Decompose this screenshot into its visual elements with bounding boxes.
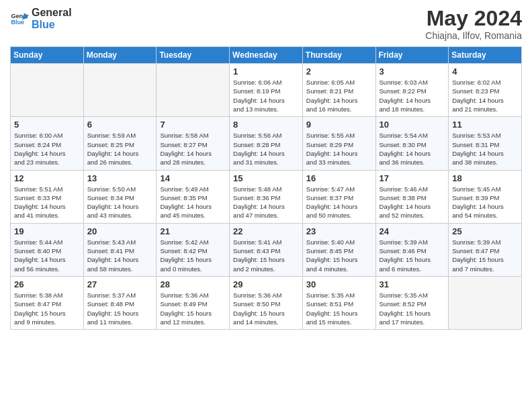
cell-info: Sunrise: 5:53 AMSunset: 8:31 PMDaylight:… xyxy=(452,131,518,167)
cell-info: Sunrise: 5:50 AMSunset: 8:34 PMDaylight:… xyxy=(87,185,153,220)
day-number: 17 xyxy=(380,173,445,183)
calendar-cell: 1Sunrise: 6:06 AMSunset: 8:19 PMDaylight… xyxy=(230,64,303,117)
day-number: 9 xyxy=(306,120,372,130)
weekday-header-friday: Friday xyxy=(375,47,449,64)
calendar-cell xyxy=(449,276,522,329)
calendar-week-row: 12Sunrise: 5:51 AMSunset: 8:33 PMDayligh… xyxy=(11,170,522,223)
logo: General Blue General Blue xyxy=(10,7,72,30)
calendar-week-row: 5Sunrise: 6:00 AMSunset: 8:24 PMDaylight… xyxy=(11,117,522,170)
day-number: 8 xyxy=(233,120,299,130)
cell-info: Sunrise: 5:49 AMSunset: 8:35 PMDaylight:… xyxy=(160,185,226,220)
calendar-cell: 16Sunrise: 5:47 AMSunset: 8:37 PMDayligh… xyxy=(302,170,375,223)
weekday-header-thursday: Thursday xyxy=(302,47,375,64)
cell-info: Sunrise: 5:51 AMSunset: 8:33 PMDaylight:… xyxy=(14,185,80,220)
weekday-header-monday: Monday xyxy=(83,47,157,64)
day-number: 14 xyxy=(160,173,226,183)
day-number: 29 xyxy=(233,279,299,289)
month-title: May 2024 xyxy=(425,7,522,30)
cell-info: Sunrise: 5:59 AMSunset: 8:25 PMDaylight:… xyxy=(87,131,153,167)
calendar-cell: 12Sunrise: 5:51 AMSunset: 8:33 PMDayligh… xyxy=(11,170,84,223)
cell-info: Sunrise: 5:44 AMSunset: 8:40 PMDaylight:… xyxy=(14,238,80,273)
weekday-header-sunday: Sunday xyxy=(11,47,84,64)
cell-info: Sunrise: 6:03 AMSunset: 8:22 PMDaylight:… xyxy=(380,78,445,113)
cell-info: Sunrise: 5:40 AMSunset: 8:45 PMDaylight:… xyxy=(306,238,372,273)
calendar-cell: 4Sunrise: 6:02 AMSunset: 8:23 PMDaylight… xyxy=(449,64,522,117)
weekday-header-row: SundayMondayTuesdayWednesdayThursdayFrid… xyxy=(11,47,522,64)
cell-info: Sunrise: 5:45 AMSunset: 8:39 PMDaylight:… xyxy=(452,185,518,220)
day-number: 27 xyxy=(87,279,153,289)
logo-general-text: General xyxy=(32,7,72,19)
cell-info: Sunrise: 5:43 AMSunset: 8:41 PMDaylight:… xyxy=(87,238,153,273)
day-number: 7 xyxy=(160,120,226,130)
calendar-week-row: 1Sunrise: 6:06 AMSunset: 8:19 PMDaylight… xyxy=(11,64,522,117)
day-number: 5 xyxy=(14,120,80,130)
cell-info: Sunrise: 6:02 AMSunset: 8:23 PMDaylight:… xyxy=(452,78,518,113)
calendar-cell: 26Sunrise: 5:38 AMSunset: 8:47 PMDayligh… xyxy=(11,276,84,329)
calendar-cell: 13Sunrise: 5:50 AMSunset: 8:34 PMDayligh… xyxy=(83,170,157,223)
day-number: 16 xyxy=(306,173,372,183)
calendar-cell: 7Sunrise: 5:58 AMSunset: 8:27 PMDaylight… xyxy=(157,117,230,170)
cell-info: Sunrise: 6:05 AMSunset: 8:21 PMDaylight:… xyxy=(306,78,372,113)
calendar-cell: 6Sunrise: 5:59 AMSunset: 8:25 PMDaylight… xyxy=(83,117,157,170)
day-number: 21 xyxy=(160,226,226,236)
cell-info: Sunrise: 5:37 AMSunset: 8:48 PMDaylight:… xyxy=(87,291,153,326)
calendar-cell: 3Sunrise: 6:03 AMSunset: 8:22 PMDaylight… xyxy=(375,64,449,117)
cell-info: Sunrise: 5:39 AMSunset: 8:47 PMDaylight:… xyxy=(452,238,518,273)
cell-info: Sunrise: 5:36 AMSunset: 8:49 PMDaylight:… xyxy=(160,291,226,326)
calendar-cell: 14Sunrise: 5:49 AMSunset: 8:35 PMDayligh… xyxy=(157,170,230,223)
calendar-cell: 28Sunrise: 5:36 AMSunset: 8:49 PMDayligh… xyxy=(157,276,230,329)
calendar-cell: 11Sunrise: 5:53 AMSunset: 8:31 PMDayligh… xyxy=(449,117,522,170)
calendar-cell: 29Sunrise: 5:36 AMSunset: 8:50 PMDayligh… xyxy=(230,276,303,329)
cell-info: Sunrise: 5:56 AMSunset: 8:28 PMDaylight:… xyxy=(233,131,299,167)
calendar-cell: 20Sunrise: 5:43 AMSunset: 8:41 PMDayligh… xyxy=(83,223,157,276)
calendar-cell: 22Sunrise: 5:41 AMSunset: 8:43 PMDayligh… xyxy=(230,223,303,276)
day-number: 19 xyxy=(14,226,80,236)
cell-info: Sunrise: 5:41 AMSunset: 8:43 PMDaylight:… xyxy=(233,238,299,273)
cell-info: Sunrise: 5:54 AMSunset: 8:30 PMDaylight:… xyxy=(380,131,445,167)
logo-icon: General Blue xyxy=(10,9,29,28)
weekday-header-wednesday: Wednesday xyxy=(230,47,303,64)
calendar-cell xyxy=(11,64,84,117)
cell-info: Sunrise: 5:36 AMSunset: 8:50 PMDaylight:… xyxy=(233,291,299,326)
weekday-header-saturday: Saturday xyxy=(449,47,522,64)
day-number: 12 xyxy=(14,173,80,183)
calendar-cell: 31Sunrise: 5:35 AMSunset: 8:52 PMDayligh… xyxy=(375,276,449,329)
calendar-cell: 8Sunrise: 5:56 AMSunset: 8:28 PMDaylight… xyxy=(230,117,303,170)
calendar-cell: 5Sunrise: 6:00 AMSunset: 8:24 PMDaylight… xyxy=(11,117,84,170)
day-number: 13 xyxy=(87,173,153,183)
calendar-cell: 30Sunrise: 5:35 AMSunset: 8:51 PMDayligh… xyxy=(302,276,375,329)
day-number: 25 xyxy=(452,226,518,236)
day-number: 26 xyxy=(14,279,80,289)
calendar-cell: 2Sunrise: 6:05 AMSunset: 8:21 PMDaylight… xyxy=(302,64,375,117)
calendar-cell: 15Sunrise: 5:48 AMSunset: 8:36 PMDayligh… xyxy=(230,170,303,223)
calendar-cell: 21Sunrise: 5:42 AMSunset: 8:42 PMDayligh… xyxy=(157,223,230,276)
svg-text:Blue: Blue xyxy=(11,19,24,26)
day-number: 22 xyxy=(233,226,299,236)
weekday-header-tuesday: Tuesday xyxy=(157,47,230,64)
day-number: 28 xyxy=(160,279,226,289)
cell-info: Sunrise: 5:47 AMSunset: 8:37 PMDaylight:… xyxy=(306,185,372,220)
day-number: 6 xyxy=(87,120,153,130)
calendar-cell xyxy=(157,64,230,117)
cell-info: Sunrise: 5:38 AMSunset: 8:47 PMDaylight:… xyxy=(14,291,80,326)
day-number: 10 xyxy=(380,120,445,130)
cell-info: Sunrise: 5:39 AMSunset: 8:46 PMDaylight:… xyxy=(380,238,445,273)
calendar-week-row: 26Sunrise: 5:38 AMSunset: 8:47 PMDayligh… xyxy=(11,276,522,329)
cell-info: Sunrise: 5:48 AMSunset: 8:36 PMDaylight:… xyxy=(233,185,299,220)
day-number: 15 xyxy=(233,173,299,183)
calendar-cell xyxy=(83,64,157,117)
cell-info: Sunrise: 5:55 AMSunset: 8:29 PMDaylight:… xyxy=(306,131,372,167)
logo-blue-text: Blue xyxy=(32,19,72,31)
calendar-cell: 27Sunrise: 5:37 AMSunset: 8:48 PMDayligh… xyxy=(83,276,157,329)
calendar-cell: 17Sunrise: 5:46 AMSunset: 8:38 PMDayligh… xyxy=(375,170,449,223)
day-number: 4 xyxy=(452,66,518,77)
cell-info: Sunrise: 5:58 AMSunset: 8:27 PMDaylight:… xyxy=(160,131,226,167)
cell-info: Sunrise: 5:46 AMSunset: 8:38 PMDaylight:… xyxy=(380,185,445,220)
cell-info: Sunrise: 6:00 AMSunset: 8:24 PMDaylight:… xyxy=(14,131,80,167)
calendar-week-row: 19Sunrise: 5:44 AMSunset: 8:40 PMDayligh… xyxy=(11,223,522,276)
calendar-table: SundayMondayTuesdayWednesdayThursdayFrid… xyxy=(10,46,522,330)
calendar-cell: 23Sunrise: 5:40 AMSunset: 8:45 PMDayligh… xyxy=(302,223,375,276)
page-header: General Blue General Blue May 2024 Chiaj… xyxy=(10,7,522,41)
cell-info: Sunrise: 5:42 AMSunset: 8:42 PMDaylight:… xyxy=(160,238,226,273)
day-number: 20 xyxy=(87,226,153,236)
